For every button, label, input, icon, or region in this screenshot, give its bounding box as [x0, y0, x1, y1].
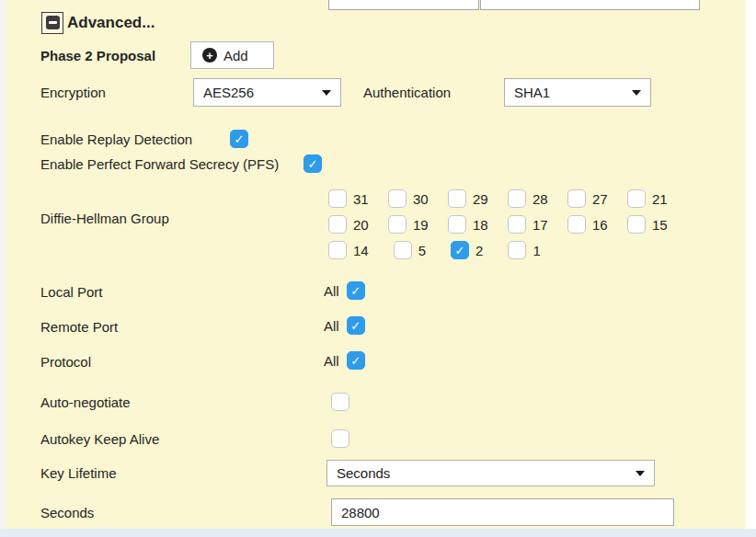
- pfs-label: Enable Perfect Forward Secrecy (PFS): [40, 156, 279, 172]
- autokey-keep-alive-label: Autokey Keep Alive: [40, 431, 159, 447]
- top-field-left[interactable]: [328, 0, 479, 10]
- dh-group-31-label: 31: [353, 191, 369, 207]
- dh-group-row: 145✓21: [328, 240, 566, 260]
- dh-group-option-19: 19: [388, 215, 448, 234]
- dh-group-14-label: 14: [353, 243, 369, 258]
- local-port-label: Local Port: [40, 284, 103, 300]
- dh-group-18-checkbox[interactable]: [448, 215, 466, 234]
- dh-group-option-31: 31: [328, 189, 388, 208]
- dh-group-20-label: 20: [353, 217, 369, 233]
- dh-group-30-label: 30: [413, 191, 429, 207]
- page-left-gutter: [0, 0, 6, 529]
- dh-group-2-label: 2: [475, 243, 483, 258]
- dh-group-2-checkbox[interactable]: ✓: [451, 241, 469, 259]
- dh-group-17-label: 17: [533, 217, 548, 233]
- authentication-label: Authentication: [363, 85, 451, 100]
- remote-port-all-checkbox[interactable]: ✓: [347, 316, 365, 335]
- authentication-value: SHA1: [514, 85, 550, 100]
- seconds-label: Seconds: [40, 505, 94, 520]
- dh-group-row: 201918171615: [328, 214, 687, 234]
- add-proposal-button[interactable]: + Add: [190, 41, 274, 69]
- local-port-all-checkbox[interactable]: ✓: [347, 281, 365, 300]
- top-field-right[interactable]: [480, 0, 700, 10]
- add-button-label: Add: [223, 48, 248, 63]
- key-lifetime-select[interactable]: Seconds: [326, 460, 655, 486]
- dh-group-21-checkbox[interactable]: [627, 189, 646, 208]
- dh-group-30-checkbox[interactable]: [388, 189, 407, 208]
- dh-group-27-checkbox[interactable]: [567, 189, 586, 208]
- autokey-keep-alive-checkbox[interactable]: [331, 429, 349, 448]
- dh-group-15-checkbox[interactable]: [627, 215, 646, 234]
- phase2-settings-panel: Advanced... Phase 2 Proposal + Add Encry…: [6, 0, 746, 529]
- dh-group-29-checkbox[interactable]: [448, 189, 466, 208]
- dh-group-19-checkbox[interactable]: [388, 215, 407, 234]
- remote-port-label: Remote Port: [40, 319, 118, 335]
- dh-group-option-27: 27: [567, 189, 627, 208]
- dh-group-row: 313029282721: [328, 189, 687, 209]
- encryption-select[interactable]: AES256: [193, 78, 341, 107]
- collapse-advanced-button[interactable]: [41, 12, 63, 34]
- dh-group-14-checkbox[interactable]: [328, 241, 347, 259]
- encryption-value: AES256: [203, 85, 254, 100]
- dh-group-18-label: 18: [473, 217, 488, 233]
- dh-group-option-21: 21: [627, 189, 687, 208]
- key-lifetime-label: Key Lifetime: [40, 465, 117, 481]
- pfs-checkbox[interactable]: ✓: [304, 154, 322, 173]
- local-port-all-label: All: [324, 283, 339, 299]
- dh-group-31-checkbox[interactable]: [328, 189, 347, 208]
- dh-group-17-checkbox[interactable]: [508, 215, 526, 234]
- dh-group-option-1: 1: [508, 241, 540, 259]
- dh-group-option-14: 14: [328, 241, 369, 259]
- dh-group-option-18: 18: [448, 215, 508, 234]
- chevron-down-icon: [632, 90, 641, 96]
- dh-group-5-label: 5: [418, 243, 426, 258]
- dh-group-20-checkbox[interactable]: [328, 215, 347, 234]
- diffie-hellman-label: Diffie-Hellman Group: [40, 211, 169, 226]
- key-lifetime-value: Seconds: [337, 465, 390, 481]
- replay-detection-checkbox[interactable]: ✓: [230, 130, 248, 148]
- protocol-all-label: All: [324, 353, 339, 369]
- dh-group-16-checkbox[interactable]: [567, 215, 586, 234]
- phase2-proposal-label: Phase 2 Proposal: [40, 48, 155, 63]
- dh-group-option-17: 17: [508, 215, 567, 234]
- dh-group-21-label: 21: [652, 191, 668, 207]
- authentication-select[interactable]: SHA1: [504, 78, 651, 107]
- remote-port-all-label: All: [324, 318, 339, 334]
- plus-icon: +: [202, 48, 217, 63]
- dh-group-28-label: 28: [533, 191, 548, 207]
- dh-group-option-29: 29: [448, 189, 508, 208]
- dh-group-15-label: 15: [652, 217, 668, 233]
- dh-group-option-20: 20: [328, 215, 388, 234]
- encryption-label: Encryption: [40, 85, 106, 100]
- protocol-all-checkbox[interactable]: ✓: [347, 351, 365, 370]
- dh-group-option-5: 5: [394, 241, 426, 259]
- dh-group-option-16: 16: [567, 215, 627, 234]
- dh-group-5-checkbox[interactable]: [394, 241, 412, 259]
- dh-group-16-label: 16: [592, 217, 608, 233]
- dh-group-option-15: 15: [627, 215, 687, 234]
- advanced-label: Advanced...: [67, 14, 155, 32]
- protocol-label: Protocol: [40, 354, 91, 370]
- seconds-input[interactable]: [331, 498, 674, 526]
- dh-group-28-checkbox[interactable]: [508, 189, 526, 208]
- dh-group-27-label: 27: [592, 191, 608, 207]
- dh-group-1-label: 1: [533, 243, 540, 258]
- chevron-down-icon: [322, 90, 331, 96]
- dh-group-1-checkbox[interactable]: [508, 241, 526, 259]
- auto-negotiate-checkbox[interactable]: [331, 393, 349, 411]
- chevron-down-icon: [636, 471, 645, 476]
- dh-group-19-label: 19: [413, 217, 429, 233]
- dh-group-29-label: 29: [473, 191, 488, 207]
- replay-detection-label: Enable Replay Detection: [40, 131, 192, 147]
- minus-icon: [46, 16, 60, 29]
- dh-group-option-30: 30: [388, 189, 448, 208]
- dh-group-option-28: 28: [508, 189, 567, 208]
- dh-group-option-2: ✓2: [451, 241, 483, 259]
- page-bottom-gutter: [0, 529, 756, 537]
- auto-negotiate-label: Auto-negotiate: [40, 394, 131, 410]
